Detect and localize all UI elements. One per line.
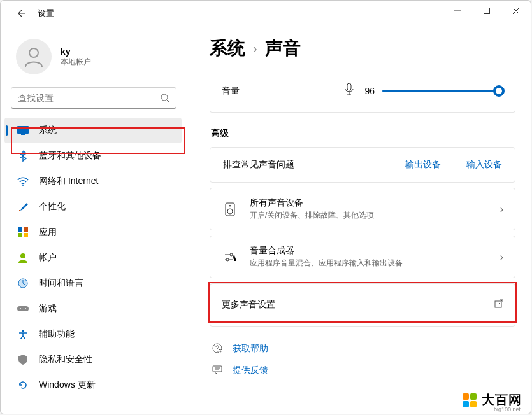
update-icon <box>17 379 29 391</box>
nav-accessibility[interactable]: 辅助功能 <box>4 321 182 347</box>
user-info: ky 本地帐户 <box>61 46 91 67</box>
svg-point-27 <box>226 258 229 261</box>
all-devices-card[interactable]: 所有声音设备 开启/关闭设备、排除故障、其他选项 › <box>210 188 515 230</box>
nav-gaming[interactable]: 游戏 <box>4 296 182 321</box>
slider-thumb[interactable] <box>493 85 505 97</box>
breadcrumb-parent[interactable]: 系统 <box>210 36 245 60</box>
nav-label: 网络和 Internet <box>39 176 174 187</box>
nav-label: 蓝牙和其他设备 <box>39 150 174 162</box>
feedback-icon <box>212 365 224 377</box>
svg-rect-7 <box>17 126 29 134</box>
troubleshoot-input-link[interactable]: 输入设备 <box>466 159 502 171</box>
nav-apps[interactable]: 应用 <box>4 220 182 245</box>
mixer-title: 音量合成器 <box>250 245 500 257</box>
help-links: 获取帮助 提供反馈 <box>210 338 515 381</box>
arrow-left-icon <box>16 8 26 18</box>
svg-rect-1 <box>484 8 490 14</box>
nav-time[interactable]: 时间和语言 <box>4 271 182 296</box>
watermark-logo <box>463 393 477 407</box>
row-text: 音量合成器 应用程序音量混合、应用程序输入和输出设备 <box>250 245 500 269</box>
external-link-icon <box>494 299 503 311</box>
window-controls <box>443 1 531 21</box>
breadcrumb-current: 声音 <box>265 36 301 60</box>
mixer-card[interactable]: 音量合成器 应用程序音量混合、应用程序输入和输出设备 › <box>210 236 515 278</box>
nav-network[interactable]: 网络和 Internet <box>4 169 182 194</box>
all-devices-sub: 开启/关闭设备、排除故障、其他选项 <box>250 210 500 221</box>
back-button[interactable] <box>13 6 29 21</box>
svg-point-5 <box>161 94 168 101</box>
feedback-link[interactable]: 提供反馈 <box>212 360 515 381</box>
nav-list: 系统 蓝牙和其他设备 网络和 Internet 个性化 应用 <box>1 118 185 398</box>
svg-rect-8 <box>21 134 25 135</box>
main-panel: 系统 › 声音 音量 96 高级 排查常见声音问题 输出设备 <box>185 26 531 414</box>
svg-point-22 <box>229 205 231 207</box>
svg-point-18 <box>25 308 26 309</box>
mixer-sub: 应用程序音量混合、应用程序输入和输出设备 <box>250 258 500 269</box>
bluetooth-icon <box>17 150 29 162</box>
svg-point-30 <box>217 351 218 352</box>
svg-point-14 <box>20 253 25 258</box>
nav-privacy[interactable]: 隐私和安全性 <box>4 347 182 372</box>
chevron-right-icon: › <box>253 41 257 56</box>
more-sound-title: 更多声音设置 <box>222 299 494 311</box>
avatar <box>16 39 52 74</box>
nav-update[interactable]: Windows 更新 <box>4 372 182 398</box>
system-icon <box>17 125 29 136</box>
search-box[interactable] <box>11 87 176 109</box>
nav-label: 辅助功能 <box>39 328 174 340</box>
nav-accounts[interactable]: 帐户 <box>4 245 182 271</box>
nav-bluetooth[interactable]: 蓝牙和其他设备 <box>4 143 182 169</box>
more-sound-wrapper: 更多声音设置 <box>210 283 515 327</box>
troubleshoot-output-link[interactable]: 输出设备 <box>405 159 441 171</box>
row-text: 所有声音设备 开启/关闭设备、排除故障、其他选项 <box>250 197 500 221</box>
svg-point-19 <box>22 330 24 332</box>
nav-label: 时间和语言 <box>39 278 174 289</box>
maximize-button[interactable] <box>472 1 501 21</box>
close-icon <box>513 8 519 14</box>
feedback-label: 提供反馈 <box>233 365 268 376</box>
chevron-right-icon: › <box>500 204 503 215</box>
settings-window: 设置 ky 本地帐户 <box>0 0 531 414</box>
minimize-button[interactable] <box>443 1 472 21</box>
minimize-icon <box>454 8 461 14</box>
window-title: 设置 <box>38 8 54 19</box>
nav-label: 系统 <box>39 125 174 136</box>
volume-slider[interactable] <box>382 90 503 92</box>
svg-point-9 <box>22 185 24 186</box>
accessibility-icon <box>17 328 29 340</box>
brush-icon <box>17 201 29 213</box>
watermark-sub: big100.net <box>494 406 521 412</box>
more-sound-card[interactable]: 更多声音设置 <box>210 283 515 327</box>
close-button[interactable] <box>501 1 531 21</box>
user-block[interactable]: ky 本地帐户 <box>1 32 185 83</box>
microphone-icon[interactable] <box>344 83 354 99</box>
nav-label: Windows 更新 <box>39 379 174 391</box>
svg-point-23 <box>227 209 233 214</box>
troubleshoot-card: 排查常见声音问题 输出设备 输入设备 <box>210 147 515 183</box>
nav-label: 隐私和安全性 <box>39 354 174 365</box>
svg-rect-13 <box>24 233 28 237</box>
speaker-icon <box>222 202 238 216</box>
get-help-link[interactable]: 获取帮助 <box>212 338 515 360</box>
breadcrumb: 系统 › 声音 <box>210 36 515 60</box>
volume-label: 音量 <box>222 85 240 97</box>
row-text: 更多声音设置 <box>222 299 494 311</box>
person-icon <box>22 45 45 68</box>
search-input[interactable] <box>18 93 161 103</box>
chevron-right-icon: › <box>500 251 503 263</box>
volume-value: 96 <box>364 86 375 96</box>
troubleshoot-links: 输出设备 输入设备 <box>405 159 502 171</box>
apps-icon <box>17 227 29 238</box>
svg-point-17 <box>20 308 21 309</box>
svg-point-4 <box>29 48 38 57</box>
nav-personalize[interactable]: 个性化 <box>4 194 182 220</box>
nav-system[interactable]: 系统 <box>4 118 182 143</box>
nav-label: 个性化 <box>39 201 174 213</box>
svg-rect-10 <box>18 227 22 232</box>
svg-rect-16 <box>17 306 29 311</box>
svg-rect-11 <box>24 227 28 232</box>
wifi-icon <box>17 176 29 187</box>
nav-label: 游戏 <box>39 303 174 314</box>
help-icon <box>212 343 224 355</box>
gamepad-icon <box>17 303 29 314</box>
